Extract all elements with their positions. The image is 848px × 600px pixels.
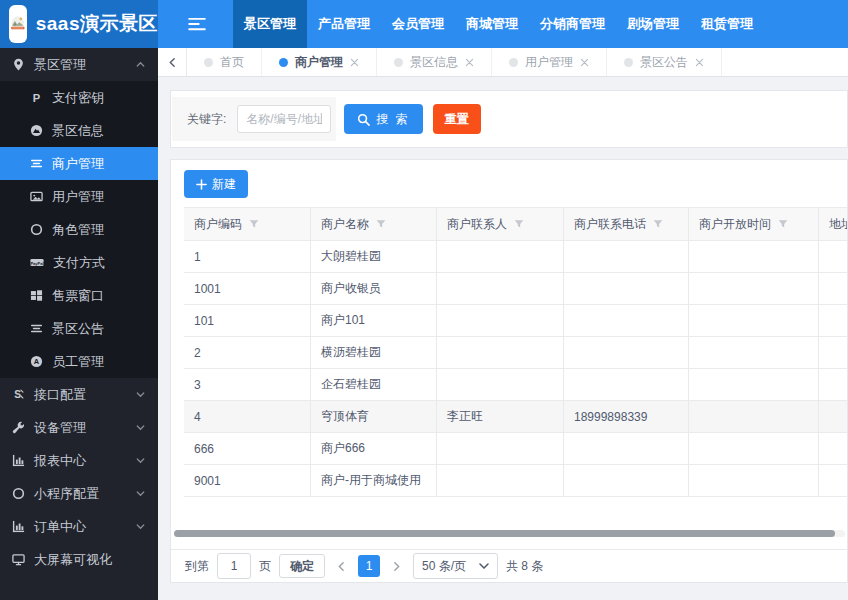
table-row-2[interactable]: 1001商户收银员 [184, 273, 847, 305]
reset-button[interactable]: 重置 [433, 104, 481, 134]
sidebar-item-5[interactable]: 角色管理 [0, 213, 158, 246]
funnel-icon[interactable] [778, 219, 788, 229]
sidebar-item-label: 员工管理 [52, 353, 104, 371]
sidebar-section-label: 大屏幕可视化 [34, 551, 112, 569]
sidebar-section-3[interactable]: 设备管理 [0, 411, 158, 444]
tab-label: 景区信息 [410, 54, 458, 71]
column-header-3: 商户联系人 [437, 208, 564, 240]
sidebar-item-9[interactable]: A员工管理 [0, 345, 158, 378]
tab-label: 用户管理 [525, 54, 573, 71]
keyword-input[interactable] [237, 105, 331, 133]
table-cell [689, 273, 819, 304]
topnav-item-label: 产品管理 [318, 15, 370, 33]
topnav-item-6[interactable]: 剧场管理 [616, 0, 690, 48]
keyword-label: 关键字: [187, 111, 226, 128]
wrench-icon [12, 421, 25, 434]
sidebar-section-label: 景区管理 [34, 56, 86, 74]
user-circle-icon: A [30, 355, 43, 368]
column-header-4: 商户联系电话 [564, 208, 689, 240]
table-cell [689, 337, 819, 368]
sidebar-section-2[interactable]: S接口配置 [0, 378, 158, 411]
sidebar-item-6[interactable]: PayPal支付方式 [0, 246, 158, 279]
goto-confirm-button[interactable]: 确定 [279, 554, 325, 578]
create-button[interactable]: 新建 [184, 170, 248, 198]
goto-page-input[interactable] [217, 553, 251, 579]
topnav-item-4[interactable]: 商城管理 [455, 0, 529, 48]
windows-icon [30, 289, 43, 302]
column-header-label: 地址 [829, 216, 847, 233]
tab-1[interactable]: 首页 [187, 48, 262, 76]
topnav-item-label: 会员管理 [392, 15, 444, 33]
table-row-6[interactable]: 4穹顶体育李正旺18999898339 [184, 401, 847, 433]
menu-toggle-icon[interactable] [158, 0, 233, 48]
horizontal-scrollbar-thumb[interactable] [174, 530, 835, 537]
close-icon[interactable] [695, 58, 704, 67]
tab-4[interactable]: 用户管理 [492, 48, 607, 76]
tab-3[interactable]: 景区信息 [377, 48, 492, 76]
close-icon[interactable] [350, 58, 359, 67]
table-cell: 商户收银员 [311, 273, 437, 304]
table-cell: 2 [184, 337, 311, 368]
prev-page-icon[interactable] [333, 561, 350, 572]
plus-icon [196, 179, 207, 190]
chart-icon [12, 520, 25, 533]
sidebar-section-1[interactable]: 景区管理 [0, 48, 158, 81]
search-button[interactable]: 搜 索 [344, 104, 422, 134]
table-row-5[interactable]: 3企石碧桂园 [184, 369, 847, 401]
tabs-back-button[interactable] [158, 48, 187, 76]
topnav-item-2[interactable]: 产品管理 [307, 0, 381, 48]
table-cell [564, 369, 689, 400]
topnav-item-5[interactable]: 分销商管理 [529, 0, 616, 48]
close-icon[interactable] [465, 58, 474, 67]
funnel-icon[interactable] [514, 219, 524, 229]
column-header-label: 商户联系人 [447, 216, 507, 233]
sidebar-item-2[interactable]: 景区信息 [0, 114, 158, 147]
close-icon[interactable] [580, 58, 589, 67]
sidebar-item-7[interactable]: 售票窗口 [0, 279, 158, 312]
tab-2[interactable]: 商户管理 [262, 48, 377, 76]
funnel-icon[interactable] [249, 219, 259, 229]
table-cell: 李正旺 [437, 401, 564, 432]
table-cell [437, 241, 564, 272]
sidebar-item-4[interactable]: 用户管理 [0, 180, 158, 213]
topnav-item-3[interactable]: 会员管理 [381, 0, 455, 48]
app-title: saas演示景区 [36, 11, 158, 37]
topnav-item-7[interactable]: 租赁管理 [690, 0, 764, 48]
table-header-row: 商户编码商户名称商户联系人商户联系电话商户开放时间地址 [184, 208, 847, 241]
table-cell: 商户-用于商城使用 [311, 465, 437, 496]
sidebar-section-label: 设备管理 [34, 419, 86, 437]
topbar: saas演示景区 景区管理产品管理会员管理商城管理分销商管理剧场管理租赁管理 [0, 0, 848, 48]
funnel-icon[interactable] [376, 219, 386, 229]
table-cell [437, 465, 564, 496]
sidebar-item-8[interactable]: 景区公告 [0, 312, 158, 345]
paypal-icon: P [30, 91, 43, 104]
topnav-item-1[interactable]: 景区管理 [233, 0, 307, 48]
column-header-5: 商户开放时间 [689, 208, 819, 240]
table-cell [819, 241, 847, 272]
sidebar-section-7[interactable]: 大屏幕可视化 [0, 543, 158, 576]
page-size-select[interactable]: 50 条/页 [413, 553, 498, 579]
next-page-icon[interactable] [388, 561, 405, 572]
svg-text:S: S [14, 389, 21, 400]
page-number-button[interactable]: 1 [358, 555, 380, 577]
tab-label: 首页 [220, 54, 244, 71]
sidebar-item-3[interactable]: 商户管理 [0, 147, 158, 180]
sidebar-item-1[interactable]: P支付密钥 [0, 81, 158, 114]
funnel-icon[interactable] [653, 219, 663, 229]
monitor-icon [12, 553, 25, 566]
table-row-1[interactable]: 1大朗碧桂园 [184, 241, 847, 273]
sidebar-section-6[interactable]: 订单中心 [0, 510, 158, 543]
chevron-down-icon [135, 422, 146, 433]
table-row-7[interactable]: 666商户666 [184, 433, 847, 465]
table-cell [819, 337, 847, 368]
topnav-item-label: 景区管理 [244, 15, 296, 33]
tab-5[interactable]: 景区公告 [607, 48, 722, 76]
table-row-3[interactable]: 101商户101 [184, 305, 847, 337]
table-row-8[interactable]: 9001商户-用于商城使用 [184, 465, 847, 497]
topnav-items: 景区管理产品管理会员管理商城管理分销商管理剧场管理租赁管理 [233, 0, 764, 48]
sidebar-section-5[interactable]: 小程序配置 [0, 477, 158, 510]
chart-icon [12, 454, 25, 467]
table-row-4[interactable]: 2横沥碧桂园 [184, 337, 847, 369]
sidebar-section-4[interactable]: 报表中心 [0, 444, 158, 477]
table-cell: 1 [184, 241, 311, 272]
